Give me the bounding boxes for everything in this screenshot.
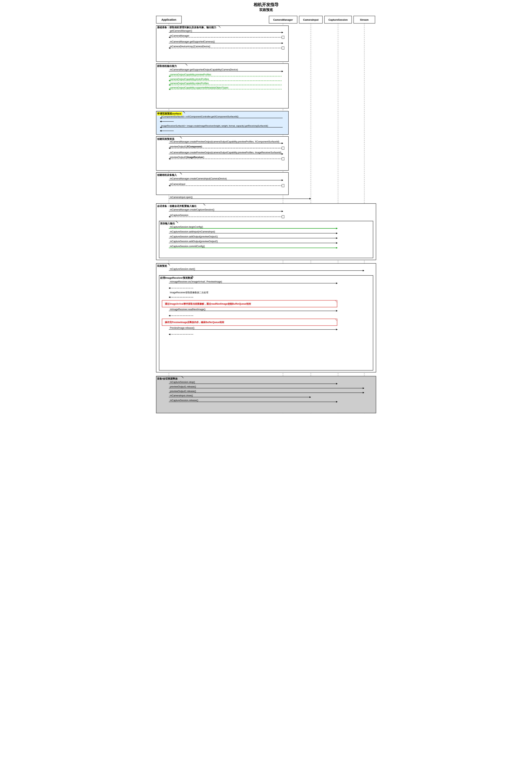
lane-capturesession: CaptureSession <box>328 18 347 21</box>
section-surface-label: 申请双路预览surface <box>157 112 181 115</box>
msg-mCameraInput: mCameraInput <box>170 183 185 185</box>
svg-rect-41 <box>282 184 284 187</box>
msg-createCameraInput: mCameraManager.createCameraInput(CameraD… <box>170 177 227 180</box>
msg-getCapability: mCameraManager.getSupportedOutputCapabil… <box>170 68 238 71</box>
msg-close: mCameraInput.close() <box>170 394 193 397</box>
msg-mCaptureSession: mCaptureSession <box>170 214 188 217</box>
msg-imagereceiver-surface: ImageReceiverSurfaceId = image.createIma… <box>161 125 268 127</box>
svg-rect-36 <box>282 157 284 160</box>
section-session-prepare-label: 会话准备：创建会话并配置输入输出 <box>157 205 197 207</box>
msg-previewProfiles: cameraOutputCapability.previewProfiles <box>170 73 211 76</box>
section-preview-stream-label: 创建双路预览流 <box>157 138 175 140</box>
msg-previewOut1-release: previewOutput1.release() <box>170 385 196 388</box>
msg-previewOutput1: previewOutput1(XComponent) <box>170 145 202 148</box>
svg-rect-47 <box>282 215 284 218</box>
svg-rect-11 <box>282 36 284 39</box>
msg-createPreview2: mCameraManager.createPreviewOutput(camer… <box>170 151 281 154</box>
msg-stop: mCaptureSession.stop() <box>170 381 195 383</box>
msg-addOutput2: mCaptureSession.addOutput(previewOutput2… <box>170 240 218 243</box>
page: 相机开发指导 双路预览 Application CameraManager Ca… <box>152 0 380 415</box>
section-capability-label: 获取相机输出能力 <box>157 64 177 67</box>
msg-start: mCaptureSession.start() <box>170 268 195 270</box>
lane-stream: Stream <box>360 18 368 21</box>
msg-previewOut2-release: previewOutput2.release() <box>170 390 196 393</box>
msg-getSupportedCameras: mCameraManager.getSupportedCameras() <box>170 40 215 43</box>
msg-beginConfig: mCaptureSession.beginConfig() <box>170 226 203 228</box>
svg-rect-33 <box>282 147 284 150</box>
lane-cameramanager: CameraManager <box>273 18 293 21</box>
msg-getCameraManager: getCameraManager() <box>170 30 192 32</box>
msg-photoProfiles: cameraOutputCapability.photoProfiles <box>170 78 209 80</box>
note-imageArrival-text: 通过imageArrival事件获取当前图像帧，通过readNextImage使… <box>165 303 251 305</box>
section-camera-input-label: 创建相机设备输入 <box>157 174 177 176</box>
msg-imageArrival: mImageReceiver.on('imageArrival', Previe… <box>170 280 222 283</box>
section-basics-label: 基础准备：获取相机管理对象以及设备对象、输出能力 <box>157 26 216 29</box>
title-sub: 双路预览 <box>154 8 378 12</box>
msg-mCameraDeviceArray: mCameraDeviceArray:[CameraDevice] <box>170 45 210 48</box>
msg-open: mCameraInput.open() <box>170 196 193 199</box>
msg-createCaptureSession: mCameraManager.createCaptureSession() <box>170 208 214 211</box>
title-main: 相机开发指导 <box>154 2 378 8</box>
msg-session-release: mCaptureSession.release() <box>170 399 198 402</box>
section-release-label: 设备/会话资源释放 <box>157 377 178 380</box>
title-area: 相机开发指导 双路预览 <box>154 2 378 12</box>
note-bufferQueue-text: 操作完PreviewImage后释放内存，确保BufferQueue轮转 <box>165 321 224 324</box>
msg-imageReceiver-get: ImageReceiver获取图像数据二次处理 <box>170 291 208 294</box>
msg-videoProfiles: cameraOutputCapability.videoProfiles <box>170 82 209 85</box>
diagram-container: Application CameraManager CameraInput Ca… <box>154 15 378 413</box>
section-add-io-label: 添加输入输出 <box>160 222 175 225</box>
msg-mCameraManager: mCameraManager <box>170 34 189 37</box>
msg-createPreview1: mCameraManager.createPreviewOutput(camer… <box>170 140 279 143</box>
lane-camerainput: CameraInput <box>303 18 319 21</box>
msg-release-preview: PreviewImage.release() <box>170 327 194 329</box>
section-image-receiver-label: 处理ImageReceiver预览数据 <box>160 276 193 279</box>
msg-previewOutput2: previewOutput2(ImageReceiver) <box>170 156 204 159</box>
msg-xcomponent-surface: XComponentSurfaceId = mXComponentControl… <box>161 115 238 118</box>
section-dual-preview-label: 双路预览 <box>157 264 167 267</box>
msg-addOutput1: mCaptureSession.addOutput(previewOutput1… <box>170 235 218 238</box>
sequence-diagram: Application CameraManager CameraInput Ca… <box>154 15 378 413</box>
svg-rect-14 <box>282 47 284 49</box>
msg-metadataTypes: cameraOutputCapability.supportedMetadata… <box>170 86 228 89</box>
msg-readNextImage: mImageReceiver.readNextImage() <box>170 308 205 311</box>
lane-application: Application <box>161 18 176 21</box>
msg-addInput: mCaptureSession.addInput(mCameraInput) <box>170 230 215 233</box>
msg-commitConfig: mCaptureSession.commitConfig() <box>170 245 205 248</box>
